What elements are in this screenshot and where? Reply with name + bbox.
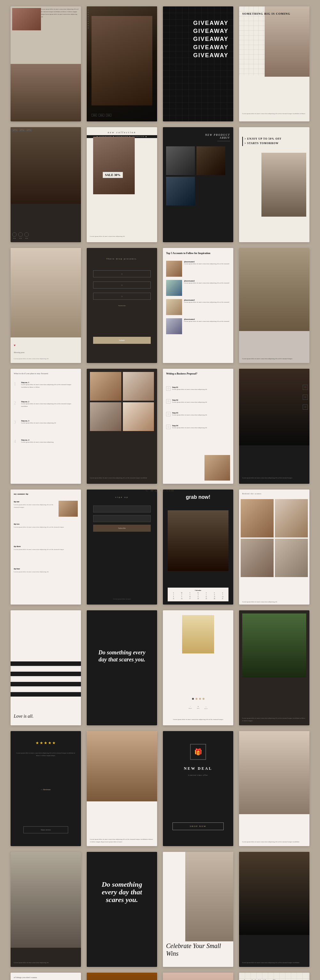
card3-giveaway-text: GIVEAWAY GIVEAWAY GIVEAWAY GIVEAWAY GIVE… bbox=[193, 19, 229, 59]
card-13-what-to-do: What to do if you plan to stay focused 1… bbox=[11, 369, 81, 484]
card10-field-1[interactable]: ○ bbox=[93, 270, 151, 277]
card8-enjoy-text: > ENJOY UP TO 50% OFF > STARTS TOMORROW bbox=[242, 137, 282, 146]
card10-submit-btn[interactable]: Submit bbox=[93, 337, 151, 344]
card14-img-1 bbox=[90, 372, 121, 401]
card-2-fashion-dark: TICK TICK TICK bbox=[87, 6, 157, 121]
card-22-do-something: Do something every day that scares you. bbox=[87, 610, 157, 725]
card16-icon-1: □ bbox=[303, 385, 308, 390]
card15-step-2-icon: □ bbox=[166, 399, 171, 404]
card-23-drink-photo: ↑share ♥save ⋯more Lorem ipsum dolor sit… bbox=[163, 610, 233, 725]
card25-review-text: Lorem ipsum dolor sit amet consectetur a… bbox=[15, 752, 76, 757]
card27-shop-btn[interactable]: SHOP NOW bbox=[173, 822, 224, 830]
card4-top-photo bbox=[265, 6, 309, 77]
card15-step-3-icon: □ bbox=[166, 412, 171, 416]
card16-side-icons: □ □ □ bbox=[303, 385, 308, 410]
card30-quote: Do something every day that scares you. bbox=[95, 881, 149, 904]
card20-bottom-text: Lorem ipsum dolor sit amet consectetur a… bbox=[242, 601, 306, 603]
card-9-fashion-collage: Morning pose. Lorem ipsum dolor sit amet… bbox=[11, 248, 81, 363]
card13-item-4: 4 Step no. 4Lorem ipsum dolor sit amet c… bbox=[14, 439, 78, 444]
card23-photo bbox=[182, 615, 214, 654]
card11-account-4: @username4Lorem ipsum dolor sit amet con… bbox=[166, 318, 230, 334]
card-10-signup-form: There drop presents. ○ ○ ○ Your best her… bbox=[87, 248, 157, 363]
card14-text: Lorem ipsum dolor sit amet consectetur a… bbox=[90, 477, 154, 479]
card20-img-2 bbox=[275, 499, 308, 538]
card13-item-2: 2 Step no. 2Lorem ipsum dolor sit amet c… bbox=[14, 401, 78, 407]
card-33-do-this-dont: of things you don't wanna do this ✓ Lore… bbox=[11, 973, 81, 980]
card5-photo bbox=[11, 127, 81, 204]
card29-text: Lorem ipsum dolor sit amet consectetur a… bbox=[14, 961, 78, 964]
card22-quote: Do something every day that scares you. bbox=[96, 649, 147, 663]
card25-author: — Reviewer bbox=[11, 789, 81, 791]
card-32-fashion-dark-2: Lorem ipsum dolor sit amet consectetur a… bbox=[239, 852, 309, 967]
card9-photo bbox=[11, 248, 81, 337]
card18-field-1[interactable] bbox=[93, 506, 151, 512]
card33-title: of things you don't wanna bbox=[14, 976, 78, 979]
card-27-new-deal: 🎁 NEW DEAL Limited time offer SHOP NOW bbox=[163, 731, 233, 846]
card-15-business-proposal: Writing a Business Proposal? □ Step 01Lo… bbox=[163, 369, 233, 484]
card-6-new-collection: new collection ◆ ATTENTION ◆ ATTENTION ◆… bbox=[87, 127, 157, 242]
card15-step-1: □ Step 01Lorem ipsum dolor sit amet cons… bbox=[166, 386, 230, 391]
card14-photo-grid bbox=[90, 372, 154, 431]
card2-dots bbox=[88, 10, 89, 29]
card17-tip-4: tip four Lorem ipsum dolor sit amet cons… bbox=[14, 568, 78, 573]
card18-submit-btn[interactable]: Subscribe bbox=[93, 525, 151, 532]
card19-title: grab now! bbox=[166, 494, 230, 500]
card18-title: sign up bbox=[87, 496, 157, 498]
card5-icon-3: icon bbox=[24, 232, 29, 239]
card20-image-grid bbox=[241, 499, 308, 577]
card10-field-3[interactable]: ○ bbox=[93, 293, 151, 300]
card-3-giveaway: GIVEAWAY GIVEAWAY GIVEAWAY GIVEAWAY GIVE… bbox=[163, 6, 233, 121]
card4-something-big: SOMETHING BIG IS COMING bbox=[242, 11, 290, 16]
card-19-grab-now: grab now! Calendar SMTWTFS 1234567 89101… bbox=[163, 490, 233, 605]
card6-title: new collection bbox=[87, 131, 157, 134]
card21-stripes bbox=[11, 662, 81, 700]
card9-text: Lorem ipsum dolor sit amet consectetur a… bbox=[14, 358, 78, 360]
card23-icon-save: ♥save bbox=[197, 706, 200, 710]
template-grid: Lorem ipsum dolor sit amet consectetur a… bbox=[0, 0, 320, 980]
card4-bottom-text: Lorem ipsum dolor sit amet consectetur a… bbox=[242, 113, 305, 115]
card15-title: Writing a Business Proposal? bbox=[166, 372, 230, 375]
card13-item-1: 1 Step no. 1Lorem ipsum dolor sit amet c… bbox=[14, 382, 78, 388]
card23-icon-share: ↑share bbox=[189, 706, 192, 710]
card15-step-4: □ Step 04Lorem ipsum dolor sit amet cons… bbox=[166, 425, 230, 429]
card23-dot-3 bbox=[199, 698, 201, 700]
card35-photo bbox=[163, 973, 233, 980]
card19-calendar: Calendar SMTWTFS 1234567 891011121314 15… bbox=[168, 588, 229, 601]
card11-account-1: @username1Lorem ipsum dolor sit amet con… bbox=[166, 261, 230, 277]
card25-share-btn[interactable]: Share review bbox=[23, 826, 68, 833]
card10-field-labels: Your best here bbox=[93, 305, 151, 306]
card18-subtext: Lorem ipsum dolor sit amet bbox=[90, 598, 154, 600]
card18-field-2[interactable] bbox=[93, 515, 151, 522]
card6-bottom-text: Lorem ipsum dolor sit amet consectetur a… bbox=[90, 235, 154, 238]
card24-photo bbox=[242, 614, 306, 678]
card-17-summer-tips: my summer tip tip one Lorem ipsum dolor … bbox=[11, 490, 81, 605]
card6-sale-badge: SALE 30% bbox=[103, 172, 123, 178]
card-25-review: ★★★★★ Lorem ipsum dolor sit amet consect… bbox=[11, 731, 81, 846]
card15-step-1-icon: □ bbox=[166, 386, 171, 391]
card11-account-3-img bbox=[166, 299, 182, 315]
card26-text: Lorem ipsum dolor sit amet consectetur a… bbox=[90, 838, 154, 843]
card-35-makeup: How to glow up Lorem ipsum dolor sit ame… bbox=[163, 973, 233, 980]
card-36-life-tips: what to deal with with your life Lorem i… bbox=[239, 973, 309, 980]
card23-dot-4 bbox=[203, 698, 205, 700]
card-16-dark-photo-grid: □ □ □ Lorem ipsum dolor sit amet consect… bbox=[239, 369, 309, 484]
card11-account-2: @username2Lorem ipsum dolor sit amet con… bbox=[166, 280, 230, 296]
card1-bottom-image bbox=[11, 64, 81, 121]
card10-field-2[interactable]: ○ bbox=[93, 282, 151, 288]
card20-img-3 bbox=[241, 539, 274, 577]
card16-icon-3: □ bbox=[303, 404, 308, 410]
card17-tip-1: tip one Lorem ipsum dolor sit amet conse… bbox=[14, 501, 78, 517]
card28-photo bbox=[239, 731, 309, 814]
card31-statue-photo bbox=[185, 852, 233, 941]
card11-account-2-img bbox=[166, 280, 182, 296]
card24-text: Lorem ipsum dolor sit amet consectetur a… bbox=[242, 717, 306, 722]
card-34-fire-photo: Lorem ipsum dolor sit amet consectetur a… bbox=[87, 973, 157, 980]
card23-icons: ↑share ♥save ⋯more bbox=[166, 706, 230, 710]
card32-photo bbox=[239, 852, 309, 935]
card12-photo bbox=[239, 248, 309, 331]
card19-photo bbox=[168, 510, 229, 571]
card9-caption: Morning pose. bbox=[14, 352, 78, 353]
card20-img-4 bbox=[275, 539, 308, 577]
card-26-lorem-photo: Lorem ipsum dolor sit amet consectetur a… bbox=[87, 731, 157, 846]
card-20-behind-scenes: Behind the scenes Lorem ipsum dolor sit … bbox=[239, 490, 309, 605]
